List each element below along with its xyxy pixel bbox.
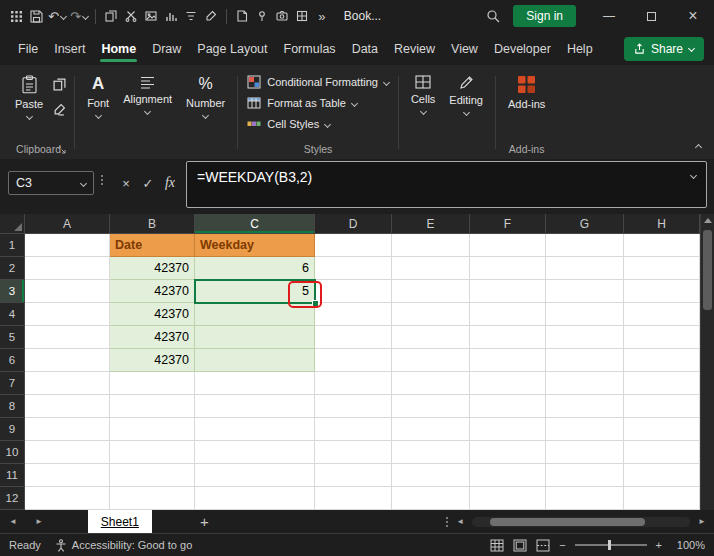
- row-header-12[interactable]: 12: [0, 487, 25, 510]
- cell[interactable]: [546, 326, 624, 349]
- copy-small-icon[interactable]: [53, 78, 66, 91]
- cell[interactable]: [315, 418, 392, 441]
- cell[interactable]: [624, 487, 700, 510]
- alignment-dropdown-chevron[interactable]: [144, 108, 151, 115]
- cell[interactable]: [315, 441, 392, 464]
- cell[interactable]: [315, 280, 392, 303]
- expand-formula-bar-chevron[interactable]: [690, 172, 697, 179]
- tab-scrollbar-splitter[interactable]: [446, 517, 448, 527]
- cell[interactable]: [392, 326, 470, 349]
- cell[interactable]: [195, 487, 315, 510]
- undo-button[interactable]: ↶: [46, 4, 68, 28]
- hscroll-left-icon[interactable]: ◄: [456, 517, 464, 526]
- cell-C5[interactable]: [195, 326, 315, 349]
- sort-filter-icon[interactable]: [181, 4, 201, 28]
- tab-developer[interactable]: Developer: [486, 33, 559, 65]
- cell[interactable]: [546, 372, 624, 395]
- more-commands-icon[interactable]: »: [312, 4, 332, 28]
- col-header-H[interactable]: H: [624, 214, 700, 234]
- accessibility-status[interactable]: Accessibility: Good to go: [55, 539, 192, 552]
- clipboard-dialog-launcher-icon[interactable]: [58, 146, 67, 155]
- cell-styles-chevron[interactable]: [324, 120, 331, 127]
- cell[interactable]: [624, 372, 700, 395]
- camera-icon[interactable]: [272, 4, 292, 28]
- format-painter-small-icon[interactable]: [53, 103, 66, 116]
- col-header-F[interactable]: F: [470, 214, 546, 234]
- cell[interactable]: [470, 441, 546, 464]
- vertical-scrollbar-thumb[interactable]: [703, 230, 712, 310]
- cell[interactable]: [25, 487, 110, 510]
- row-header-2[interactable]: 2: [0, 257, 25, 280]
- zoom-level[interactable]: 100%: [671, 539, 705, 551]
- view-normal-icon[interactable]: [490, 539, 504, 552]
- cell-C3-selected[interactable]: 5: [195, 280, 315, 303]
- col-header-A[interactable]: A: [25, 214, 110, 234]
- next-sheet-icon[interactable]: ►: [26, 517, 52, 526]
- sheet-tab-sheet1[interactable]: Sheet1: [88, 510, 152, 533]
- cut-icon[interactable]: [121, 4, 141, 28]
- row-header-10[interactable]: 10: [0, 441, 25, 464]
- row-header-3[interactable]: 3: [0, 280, 25, 303]
- add-ins-button[interactable]: Add-ins: [501, 68, 552, 110]
- cell[interactable]: [315, 464, 392, 487]
- cell-B6[interactable]: 42370: [110, 349, 195, 372]
- cell[interactable]: [110, 372, 195, 395]
- editing-dropdown-chevron[interactable]: [463, 109, 470, 116]
- row-header-11[interactable]: 11: [0, 464, 25, 487]
- tab-help[interactable]: Help: [559, 33, 601, 65]
- cells-dropdown-chevron[interactable]: [420, 108, 427, 115]
- cell[interactable]: [195, 395, 315, 418]
- col-header-C[interactable]: C: [195, 214, 315, 234]
- new-file-icon[interactable]: [232, 4, 252, 28]
- cell[interactable]: [110, 418, 195, 441]
- cell[interactable]: [624, 418, 700, 441]
- select-all-corner[interactable]: [0, 214, 25, 234]
- cell-A2[interactable]: [25, 257, 110, 280]
- row-header-5[interactable]: 5: [0, 326, 25, 349]
- cell[interactable]: [546, 349, 624, 372]
- picture-icon[interactable]: [141, 4, 161, 28]
- pin-icon[interactable]: [252, 4, 272, 28]
- copy-icon[interactable]: [101, 4, 121, 28]
- cell[interactable]: [624, 303, 700, 326]
- cell[interactable]: [546, 464, 624, 487]
- cell-A5[interactable]: [25, 326, 110, 349]
- cell[interactable]: [470, 487, 546, 510]
- cell[interactable]: [470, 372, 546, 395]
- cell[interactable]: [392, 349, 470, 372]
- cell[interactable]: [110, 395, 195, 418]
- redo-dropdown-chevron[interactable]: [82, 12, 89, 19]
- cell[interactable]: [25, 395, 110, 418]
- cell-styles-button[interactable]: Cell Styles: [243, 115, 393, 133]
- previous-sheet-icon[interactable]: ◄: [0, 517, 26, 526]
- font-dropdown-chevron[interactable]: [95, 112, 102, 119]
- tab-file[interactable]: File: [10, 33, 46, 65]
- search-icon[interactable]: [483, 4, 503, 28]
- cell[interactable]: [315, 349, 392, 372]
- redo-button[interactable]: ↷: [68, 4, 90, 28]
- cell[interactable]: [195, 372, 315, 395]
- cell-C2[interactable]: 6: [195, 257, 315, 280]
- col-header-G[interactable]: G: [546, 214, 624, 234]
- save-icon[interactable]: [26, 4, 46, 28]
- view-page-layout-icon[interactable]: [513, 539, 527, 552]
- paste-button[interactable]: Paste: [8, 68, 50, 119]
- cell-C1[interactable]: Weekday: [195, 234, 315, 257]
- cell[interactable]: [624, 234, 700, 257]
- cell[interactable]: [110, 464, 195, 487]
- insert-function-icon[interactable]: fx: [160, 173, 180, 193]
- hscroll-right-icon[interactable]: ►: [698, 517, 706, 526]
- collapse-ribbon-chevron[interactable]: [695, 144, 702, 151]
- cell[interactable]: [315, 257, 392, 280]
- cell-B1[interactable]: Date: [110, 234, 195, 257]
- name-box-dropdown-chevron[interactable]: [80, 179, 87, 186]
- cell[interactable]: [624, 280, 700, 303]
- cell[interactable]: [546, 395, 624, 418]
- format-as-table-button[interactable]: Format as Table: [243, 94, 393, 112]
- format-painter-icon[interactable]: [201, 4, 221, 28]
- col-header-E[interactable]: E: [392, 214, 470, 234]
- cell[interactable]: [546, 234, 624, 257]
- cell[interactable]: [392, 372, 470, 395]
- cell[interactable]: [25, 464, 110, 487]
- col-header-D[interactable]: D: [315, 214, 392, 234]
